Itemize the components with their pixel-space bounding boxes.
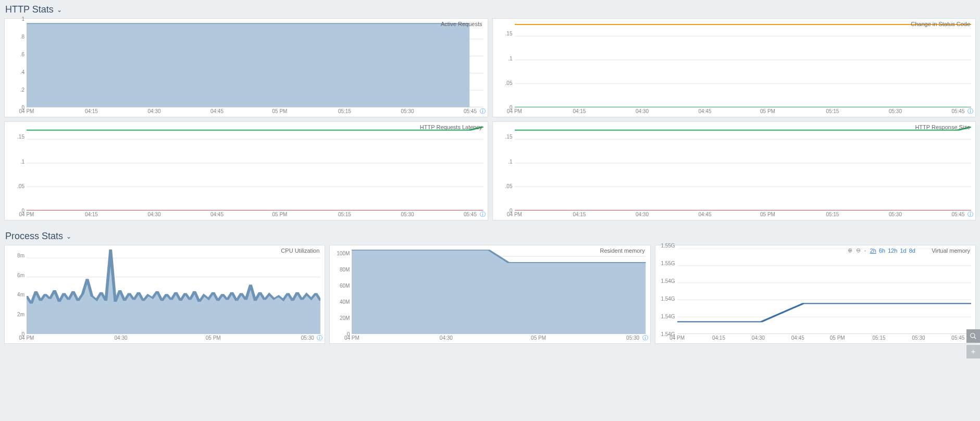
range-8d[interactable]: 8d — [909, 247, 915, 254]
chart-status-code[interactable]: 0.05.1.15 04 PM04:1504:3004:4505 PM05:15… — [493, 19, 976, 117]
svg-line-36 — [974, 337, 976, 339]
chart-resident[interactable]: 020M40M60M80M100M 04 PM04:3005 PM05:30 — [330, 245, 650, 343]
panel-status-code: Change in Status Code 0.05.1.15 04 PM04:… — [492, 18, 976, 117]
chart-virtual[interactable]: 1.54G1.54G1.54G1.54G1.55G1.55G 04 PM04:1… — [655, 245, 975, 343]
section-title: Process Stats — [5, 231, 63, 242]
panel-title: HTTP Response Size — [915, 124, 970, 130]
info-icon[interactable]: ⓘ — [480, 107, 486, 115]
section-header-process[interactable]: Process Stats ⌄ — [0, 227, 980, 245]
range-12h[interactable]: 12h — [888, 247, 897, 254]
panel-title: Change in Status Code — [911, 21, 970, 27]
panel-active-requests: Active Requests 0.2.4.6.81 04 PM04:1504:… — [4, 18, 488, 117]
panel-cpu: CPU Utilization 02m4m6m8m 04 PM04:3005 P… — [4, 245, 325, 344]
chart-response-size[interactable]: 0.05.1.15 04 PM04:1504:3004:4505 PM05:15… — [493, 122, 976, 220]
svg-point-35 — [971, 333, 975, 338]
chevron-down-icon: ⌄ — [57, 6, 62, 14]
panel-title: Active Requests — [441, 21, 482, 27]
panel-latency: HTTP Requests Latency 0.05.1.15 04 PM04:… — [4, 121, 488, 220]
chart-active-requests[interactable]: 0.2.4.6.81 04 PM04:1504:3004:4505 PM05:1… — [5, 19, 488, 117]
info-icon[interactable]: ⓘ — [642, 334, 648, 342]
range-1d[interactable]: 1d — [900, 247, 906, 254]
panel-title: Virtual memory — [932, 247, 970, 254]
panel-title: CPU Utilization — [281, 247, 319, 254]
section-header-http[interactable]: HTTP Stats ⌄ — [0, 0, 980, 18]
zoom-in-icon[interactable]: ⊕ — [848, 247, 852, 254]
panel-virtual: ⊕ ⊖ • 2h6h12h1d8d Virtual memory 1.54G1.… — [655, 245, 976, 344]
chart-toolbar: ⊕ ⊖ • 2h6h12h1d8d — [848, 247, 918, 254]
info-icon[interactable]: ⓘ — [317, 334, 322, 342]
range-2h[interactable]: 2h — [870, 247, 876, 254]
plus-icon[interactable]: ＋ — [966, 345, 980, 358]
section-title: HTTP Stats — [5, 4, 54, 15]
range-6h[interactable]: 6h — [879, 247, 885, 254]
info-icon[interactable]: ⓘ — [480, 210, 486, 218]
chart-cpu[interactable]: 02m4m6m8m 04 PM04:3005 PM05:30 — [5, 245, 325, 343]
info-icon[interactable]: ⓘ — [967, 210, 973, 218]
search-icon[interactable] — [966, 329, 980, 343]
info-icon[interactable]: ⓘ — [967, 107, 973, 115]
chart-latency[interactable]: 0.05.1.15 04 PM04:1504:3004:4505 PM05:15… — [5, 122, 488, 220]
panel-title: Resident memory — [600, 247, 644, 254]
panel-response-size: HTTP Response Size 0.05.1.15 04 PM04:150… — [492, 121, 976, 220]
zoom-out-icon[interactable]: ⊖ — [856, 247, 861, 254]
panel-title: HTTP Requests Latency — [420, 124, 482, 130]
chevron-down-icon: ⌄ — [66, 233, 71, 240]
panel-resident: Resident memory 020M40M60M80M100M 04 PM0… — [329, 245, 650, 344]
